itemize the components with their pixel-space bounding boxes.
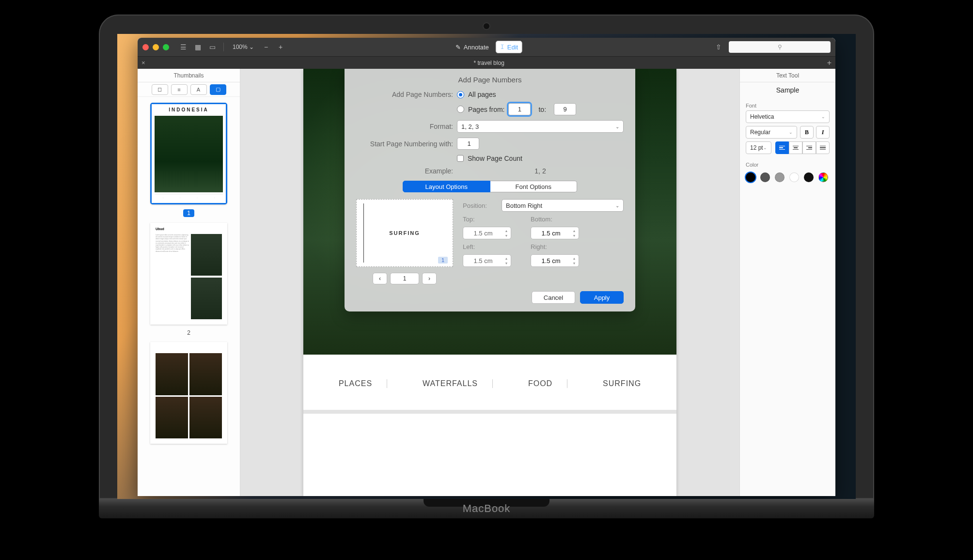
edit-tab[interactable]: 𝙸 Edit <box>496 41 522 53</box>
stepper-right[interactable]: 1.5 cm▲▼ <box>531 254 579 267</box>
thumb1-hero-image <box>155 116 223 192</box>
chevron-down-icon: ⌄ <box>615 124 619 129</box>
chevron-down-icon: ⌄ <box>615 203 619 208</box>
nav-places: PLACES <box>324 379 387 388</box>
share-icon[interactable]: ⇧ <box>713 42 724 52</box>
color-black-2[interactable] <box>804 172 814 182</box>
font-family-select[interactable]: Helvetica ⌄ <box>746 110 830 123</box>
font-family-value: Helvetica <box>750 113 774 120</box>
radio-all-pages[interactable] <box>457 91 464 98</box>
align-justify-button[interactable] <box>816 141 830 154</box>
thumbnails-list[interactable]: INDONESIA ···· 1 Ubud Lorem <box>138 97 240 496</box>
page-nav-bar: PLACES WATERFALLS FOOD SURFING <box>303 364 676 403</box>
label-top: Top: <box>463 216 490 223</box>
color-grey[interactable] <box>775 172 785 182</box>
select-position[interactable]: Bottom Right ⌄ <box>502 199 624 212</box>
zoom-select[interactable]: 100% ⌄ <box>230 44 257 50</box>
page-thumbnail-1[interactable]: INDONESIA ···· <box>150 103 227 204</box>
toolbar-right: ⇧ ⚲ <box>713 41 831 53</box>
tab-layout-options[interactable]: Layout Options <box>403 181 490 192</box>
label-bottom: Bottom: <box>531 216 558 223</box>
sidebar-toggle-icon[interactable]: ☰ <box>178 42 188 52</box>
color-picker-wheel-icon[interactable] <box>818 172 828 182</box>
document-canvas[interactable]: PLACES WATERFALLS FOOD SURFING Add Page … <box>240 69 739 496</box>
chevron-down-icon: ⌄ <box>789 130 793 135</box>
margin-controls: Position: Bottom Right ⌄ Top: <box>463 199 624 284</box>
desktop-wallpaper: ☰ ▦ ▭ 100% ⌄ − + ✎ Annotate 𝙸 E <box>117 34 856 499</box>
macbook-label: MacBook <box>463 502 511 515</box>
document-body: Thumbnails ◻ ≡ A ▢ INDONESIA <box>138 69 835 496</box>
page-label-2: 2 <box>150 329 227 336</box>
thumb3-image-grid <box>156 353 222 438</box>
app-window: ☰ ▦ ▭ 100% ⌄ − + ✎ Annotate 𝙸 E <box>138 38 835 496</box>
tab-close-icon[interactable]: × <box>141 59 145 66</box>
font-size-select[interactable]: 12 pt ⌄ <box>746 141 771 154</box>
label-left: Left: <box>463 243 490 250</box>
page-badge-1: 1 <box>150 209 227 217</box>
font-weight-select[interactable]: Regular ⌄ <box>746 126 797 139</box>
radio-pages-from[interactable] <box>457 106 464 113</box>
apply-button[interactable]: Apply <box>580 291 624 304</box>
dialog-title: Add Page Numbers <box>356 76 624 84</box>
annotations-view-icon[interactable]: A <box>190 84 207 95</box>
align-left-button[interactable] <box>775 141 789 154</box>
dialog-tabs: Layout Options Font Options <box>403 181 577 192</box>
separator <box>223 43 224 51</box>
close-button[interactable] <box>142 44 149 50</box>
bold-toggle[interactable]: B <box>800 126 814 139</box>
font-weight-value: Regular <box>750 129 770 136</box>
italic-toggle[interactable]: I <box>816 126 830 139</box>
label-color: Color <box>746 162 830 168</box>
radio-all-pages-label: All pages <box>468 91 496 98</box>
stepper-bottom[interactable]: 1.5 cm▲▼ <box>531 227 579 239</box>
single-page-icon[interactable]: ▭ <box>207 42 218 52</box>
preview-page-input[interactable]: 1 <box>390 273 419 284</box>
page-gap <box>303 410 676 414</box>
zoom-out-button[interactable]: − <box>261 42 271 52</box>
color-grey-dark[interactable] <box>760 172 770 182</box>
align-center-button[interactable] <box>789 141 802 154</box>
format-value: 1, 2, 3 <box>461 123 479 130</box>
page-thumbnail-2[interactable]: Ubud Lorem ipsum dolor sit amet consecte… <box>150 223 227 325</box>
mode-tabs: ✎ Annotate 𝙸 Edit <box>451 41 522 53</box>
preview-next-button[interactable]: › <box>422 273 437 284</box>
zoom-in-button[interactable]: + <box>275 42 286 52</box>
bookmark-view-icon[interactable]: ◻ <box>152 84 168 95</box>
thumbnails-view-icon[interactable]: ▢ <box>210 84 226 95</box>
page-thumbnail-3[interactable] <box>150 342 227 444</box>
align-right-button[interactable] <box>802 141 816 154</box>
nav-surfing: SURFING <box>588 379 656 388</box>
preview-text: SURFING <box>389 230 420 236</box>
stepper-top[interactable]: 1.5 cm▲▼ <box>463 227 511 239</box>
annotate-tab[interactable]: ✎ Annotate <box>451 42 494 53</box>
thumbnail-view-switch: ◻ ≡ A ▢ <box>138 82 240 97</box>
macbook-hinge: MacBook <box>99 499 874 518</box>
preview-prev-button[interactable]: ‹ <box>373 273 387 284</box>
sample-text: Sample <box>740 82 835 98</box>
thumb2-text-column: Lorem ipsum dolor sit amet consectetur a… <box>156 234 189 319</box>
input-pages-from[interactable]: 1 <box>508 103 531 115</box>
cancel-button[interactable]: Cancel <box>532 291 575 304</box>
macbook-mockup: ☰ ▦ ▭ 100% ⌄ − + ✎ Annotate 𝙸 E <box>99 15 874 518</box>
tab-font-options[interactable]: Font Options <box>490 181 578 192</box>
outline-view-icon[interactable]: ≡ <box>171 84 188 95</box>
new-tab-button[interactable]: + <box>827 59 832 67</box>
minimize-button[interactable] <box>153 44 159 50</box>
color-white[interactable] <box>789 172 799 182</box>
checkbox-show-page-count[interactable] <box>457 155 464 162</box>
chevron-down-icon: ⌄ <box>821 114 825 119</box>
maximize-button[interactable] <box>163 44 169 50</box>
input-pages-to[interactable]: 9 <box>554 103 576 115</box>
label-start-with: Start Page Numbering with: <box>356 140 453 148</box>
screen-bezel: ☰ ▦ ▭ 100% ⌄ − + ✎ Annotate 𝙸 E <box>99 15 874 499</box>
label-format: Format: <box>356 123 453 130</box>
input-start-number[interactable]: 1 <box>457 138 479 150</box>
select-format[interactable]: 1, 2, 3 ⌄ <box>457 120 624 133</box>
thumb2-heading: Ubud <box>156 227 164 231</box>
color-black[interactable] <box>746 172 755 182</box>
stepper-left[interactable]: 1.5 cm▲▼ <box>463 254 511 267</box>
label-right: Right: <box>531 243 558 250</box>
grid-view-icon[interactable]: ▦ <box>192 42 203 52</box>
search-input[interactable]: ⚲ <box>729 41 831 53</box>
edit-label: Edit <box>507 44 518 51</box>
